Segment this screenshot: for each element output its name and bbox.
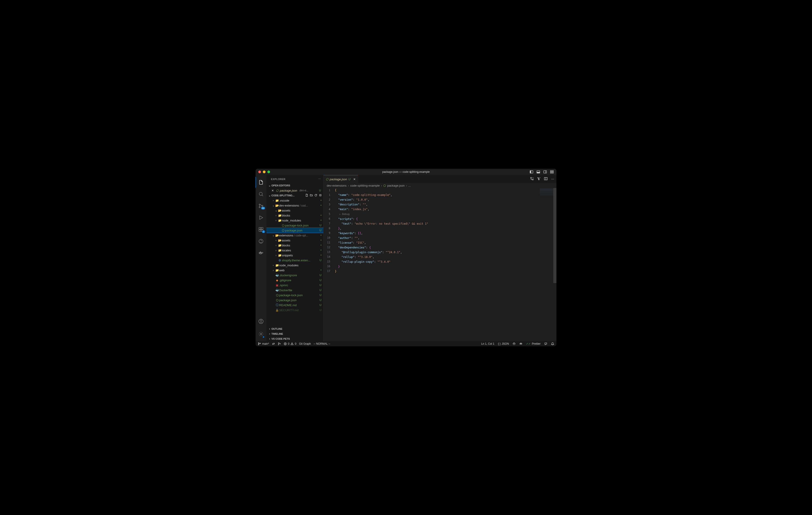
outline-header[interactable]: › OUTLINE [266,326,323,331]
code-line[interactable]: "test": "echo \"Error: no test specified… [335,221,556,226]
tree-file[interactable]: ⓘREADME.mdU [266,303,323,307]
branch-indicator[interactable]: main* [258,342,269,345]
feedback-icon[interactable] [544,342,547,345]
layout-secondary-sidebar-icon[interactable] [543,170,547,174]
more-actions-icon[interactable]: ⋯ [551,177,554,181]
code-line[interactable]: "license": "ISC", [335,241,556,245]
activity-docker[interactable] [256,247,266,259]
code-line[interactable]: "@rollup/plugin-commonjs": "^24.0.1", [335,250,556,255]
activity-gitlens[interactable] [256,236,266,247]
status-badge: U [319,189,321,192]
tree-file[interactable]: ⬡package-lock.jsonU [266,293,323,298]
close-tab-icon[interactable]: ✕ [353,178,356,181]
new-folder-icon[interactable] [310,194,313,197]
workspace-header[interactable]: ⌄ CODE-SPLITTING... [266,193,323,198]
explorer-more-icon[interactable]: ⋯ [318,178,321,181]
code-line[interactable]: "version": "1.0.0", [335,198,556,202]
problems-indicator[interactable]: 0 0 [284,342,296,345]
svg-rect-24 [260,252,261,252]
tree-folder[interactable]: ›📁blocks• [266,243,323,248]
breadcrumb-segment[interactable]: code-splitting-example [350,184,380,187]
code-line[interactable]: } [335,264,556,269]
git-graph-button[interactable]: Git Graph [299,342,311,345]
breadcrumb-segment[interactable]: dev-extensions [327,184,346,187]
tree-file[interactable]: ◆.gitignoreU [266,278,323,283]
tree-file[interactable]: 🐳.dockerignoreU [266,273,323,278]
code-line[interactable]: "author": "", [335,236,556,241]
timeline-header[interactable]: › TIMELINE [266,331,323,336]
refresh-icon[interactable] [314,194,317,197]
open-editor-item[interactable]: ✕ ⬡ package.json dev-e... U [266,188,323,193]
code-line[interactable]: "keywords": [], [335,231,556,236]
tree-folder[interactable]: ⌄📂assets [266,208,323,213]
activity-run-debug[interactable] [256,212,266,223]
tree-folder[interactable]: ›📁.vscode• [266,198,323,203]
prettier-status[interactable]: ✓✓Prettier [526,342,541,345]
tree-folder[interactable]: ›📁node_modules [266,263,323,268]
tree-folder[interactable]: ⌄📂extensions / code-spl...• [266,233,323,238]
close-editor-icon[interactable]: ✕ [271,189,274,192]
tab-package-json[interactable]: ⬡ package.json U ✕ [323,175,358,183]
breadcrumb-segment[interactable]: package.json [387,184,405,187]
scrollbar-thumb[interactable] [553,188,556,283]
open-editors-header[interactable]: ⌄ OPEN EDITORS [266,183,323,188]
breadcrumb[interactable]: dev-extensions › code-splitting-example … [323,183,556,188]
svg-rect-7 [552,171,553,172]
sync-button[interactable] [272,342,275,345]
tree-folder[interactable]: ›📂assets• [266,238,323,243]
tree-file[interactable]: 🐳DockerfileU [266,287,323,293]
code-line[interactable]: "devDependencies": { [335,245,556,250]
activity-explorer[interactable] [256,177,266,188]
code-line[interactable]: "description": "", [335,202,556,207]
layout-primary-sidebar-icon[interactable] [530,170,533,174]
tree-file[interactable]: ⬡package-lock.jsonU [266,223,323,228]
gitlens-status-icon[interactable] [513,342,516,345]
activity-source-control[interactable]: 50 [256,201,266,211]
notifications-icon[interactable] [551,342,554,345]
code-line[interactable]: "rollup-plugin-copy": "^3.4.0" [335,260,556,264]
code-line[interactable]: "main": "index.js", [335,207,556,212]
debug-codelens[interactable]: ▷ Debug [335,212,556,217]
tree-file[interactable]: ▣.npmrcU [266,283,323,287]
scrollbar-track[interactable] [553,188,556,341]
code-line[interactable]: } [335,269,556,274]
breadcrumb-overflow[interactable]: ... [408,184,411,187]
cursor-position[interactable]: Ln 1, Col 1 [481,342,494,345]
code-line[interactable]: { [335,188,556,193]
code-line[interactable]: "scripts": { [335,217,556,221]
code-editor[interactable]: 11234567891011121314151617 { "name": "co… [323,188,556,341]
tree-file[interactable]: 🔒SECURITY.mdU [266,307,323,312]
tree-folder[interactable]: ›📁snippets• [266,253,323,258]
minimap[interactable] [540,188,553,198]
close-window-button[interactable] [258,171,261,173]
layout-customize-icon[interactable] [550,170,554,174]
json-icon: ⬡ [281,224,285,227]
tree-file[interactable]: ⬡package.jsonU [266,228,323,233]
minimize-window-button[interactable] [263,171,265,173]
activity-extensions[interactable]: 1 [256,224,266,235]
activity-search[interactable] [256,189,266,200]
collapse-all-icon[interactable] [319,194,322,197]
split-editor-icon[interactable] [544,177,548,181]
zoom-window-button[interactable] [267,171,270,173]
code-line[interactable]: "name": "code-splitting-example", [335,193,556,198]
tree-folder[interactable]: ›📁locales• [266,248,323,253]
new-file-icon[interactable] [305,194,308,197]
copilot-icon[interactable] [519,342,522,345]
code-content[interactable]: { "name": "code-splitting-example", "ver… [335,188,556,341]
tree-folder[interactable]: ⌄📂dev-extensions / cod...• [266,203,323,208]
git-graph-icon[interactable] [278,342,281,345]
compare-changes-icon[interactable] [530,177,534,181]
activity-accounts[interactable] [256,316,266,327]
code-line[interactable]: "rollup": "^3.18.0", [335,255,556,260]
tree-folder[interactable]: ›📁web• [266,268,323,273]
code-line[interactable]: }, [335,226,556,231]
pets-header[interactable]: › VS CODE PETS [266,336,323,341]
language-mode[interactable]: { }JSON [498,342,509,345]
tree-folder[interactable]: ›📁node_modules• [266,218,323,223]
tree-file[interactable]: ⬡package.jsonU [266,298,323,303]
layout-panel-icon[interactable] [536,170,540,174]
activity-settings[interactable] [256,329,266,339]
tree-file[interactable]: ⚙shopify.theme.exten...U [266,258,323,263]
tree-folder[interactable]: ›📁blocks• [266,213,323,218]
